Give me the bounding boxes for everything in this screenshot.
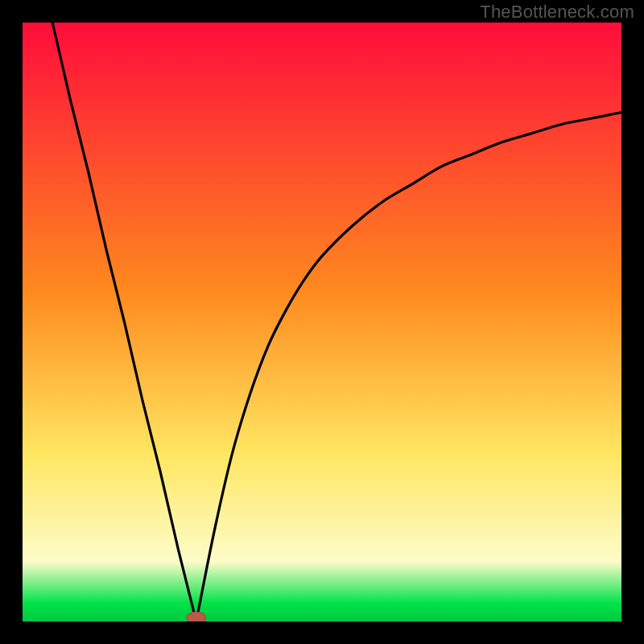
chart-frame: TheBottleneck.com [0, 0, 644, 644]
optimal-point-marker [187, 612, 206, 621]
watermark-text: TheBottleneck.com [480, 2, 634, 23]
gradient-background [23, 23, 621, 621]
bottleneck-chart [23, 23, 621, 621]
